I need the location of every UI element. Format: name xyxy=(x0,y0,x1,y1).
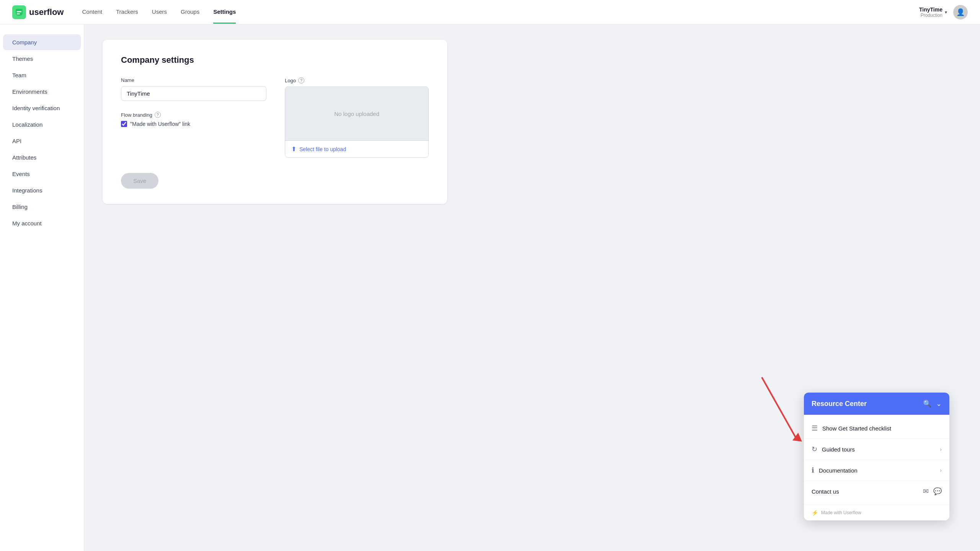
flow-branding-checkbox-label[interactable]: "Made with Userflow" link xyxy=(130,121,190,127)
workspace-env: Production xyxy=(921,13,942,18)
flow-branding-help-icon[interactable]: ? xyxy=(155,112,161,118)
name-group: Name Flow branding ? "Made with Userflow… xyxy=(121,77,266,127)
logo-help-icon[interactable]: ? xyxy=(298,77,304,83)
guided-tours-arrow-icon: › xyxy=(940,446,942,452)
topnav-right: TinyTime Production ▾ 👤 xyxy=(919,5,968,20)
guided-tours-icon: ↻ xyxy=(812,445,817,453)
resource-center-collapse-button[interactable]: ⌄ xyxy=(936,399,942,408)
top-navigation: userflow Content Trackers Users Groups S… xyxy=(0,0,980,24)
rc-item-get-started-left: ☰ Show Get Started checklist xyxy=(812,424,891,432)
rc-item-documentation-left: ℹ Documentation xyxy=(812,466,858,474)
sidebar: Company Themes Team Environments Identit… xyxy=(0,24,84,551)
get-started-icon: ☰ xyxy=(812,424,818,432)
sidebar-item-attributes[interactable]: Attributes xyxy=(3,150,81,165)
nav-trackers[interactable]: Trackers xyxy=(116,1,138,24)
get-started-label: Show Get Started checklist xyxy=(822,425,891,432)
sidebar-item-localization[interactable]: Localization xyxy=(3,117,81,132)
sidebar-item-billing[interactable]: Billing xyxy=(3,199,81,215)
chat-icon[interactable]: 💬 xyxy=(933,487,942,496)
footer-label: Made with Userflow xyxy=(821,510,861,515)
workspace-name: TinyTime xyxy=(919,7,942,13)
resource-center-contact: Contact us ✉ 💬 xyxy=(804,481,949,502)
nav-content[interactable]: Content xyxy=(82,1,102,24)
name-label: Name xyxy=(121,77,266,83)
select-file-button[interactable]: ⬆ Select file to upload xyxy=(285,140,428,157)
logo[interactable]: userflow xyxy=(12,5,64,19)
logo-label: Logo ? xyxy=(285,77,429,83)
logo-group: Logo ? No logo uploaded ⬆ Select file to… xyxy=(285,77,429,158)
upload-icon: ⬆ xyxy=(291,145,296,153)
flow-branding-label: Flow branding ? xyxy=(121,112,266,118)
settings-card: Company settings Name Flow branding ? xyxy=(103,40,447,204)
resource-center-body: ☰ Show Get Started checklist ↻ Guided to… xyxy=(804,415,949,505)
resource-center-item-guided-tours[interactable]: ↻ Guided tours › xyxy=(804,439,949,460)
documentation-label: Documentation xyxy=(819,467,858,474)
sidebar-item-integrations[interactable]: Integrations xyxy=(3,183,81,198)
flow-branding-checkbox[interactable] xyxy=(121,121,127,127)
sidebar-item-identity-verification[interactable]: Identity verification xyxy=(3,100,81,116)
sidebar-item-environments[interactable]: Environments xyxy=(3,84,81,99)
sidebar-item-api[interactable]: API xyxy=(3,133,81,149)
nav-settings[interactable]: Settings xyxy=(213,1,236,24)
nav-users[interactable]: Users xyxy=(152,1,167,24)
documentation-arrow-icon: › xyxy=(940,467,942,473)
flow-branding-group: Flow branding ? "Made with Userflow" lin… xyxy=(121,112,266,127)
userflow-footer-icon: ⚡ xyxy=(812,510,818,516)
resource-center-header-icons: 🔍 ⌄ xyxy=(923,399,942,408)
resource-center-title: Resource Center xyxy=(812,400,867,408)
sidebar-item-company[interactable]: Company xyxy=(3,34,81,50)
flow-branding-checkbox-row: "Made with Userflow" link xyxy=(121,121,266,127)
nav-groups[interactable]: Groups xyxy=(181,1,199,24)
sidebar-item-my-account[interactable]: My account xyxy=(3,215,81,231)
rc-item-guided-tours-left: ↻ Guided tours xyxy=(812,445,855,453)
guided-tours-label: Guided tours xyxy=(822,446,855,453)
workspace-selector[interactable]: TinyTime Production ▾ xyxy=(919,7,947,18)
nav-links: Content Trackers Users Groups Settings xyxy=(82,1,919,24)
form-row: Name Flow branding ? "Made with Userflow… xyxy=(121,77,429,158)
resource-center-popup: Resource Center 🔍 ⌄ ☰ Show Get Started c… xyxy=(804,393,949,520)
sidebar-item-themes[interactable]: Themes xyxy=(3,51,81,67)
email-icon[interactable]: ✉ xyxy=(923,487,929,496)
sidebar-item-events[interactable]: Events xyxy=(3,166,81,182)
resource-center-search-button[interactable]: 🔍 xyxy=(923,399,931,408)
logo-upload-area: No logo uploaded ⬆ Select file to upload xyxy=(285,86,429,158)
resource-center-header: Resource Center 🔍 ⌄ xyxy=(804,393,949,415)
svg-rect-1 xyxy=(17,11,22,12)
name-input[interactable] xyxy=(121,86,266,101)
sidebar-item-team[interactable]: Team xyxy=(3,67,81,83)
resource-center-item-get-started[interactable]: ☰ Show Get Started checklist xyxy=(804,418,949,439)
contact-label: Contact us xyxy=(812,488,839,495)
card-title: Company settings xyxy=(121,55,429,65)
resource-center-item-documentation[interactable]: ℹ Documentation › xyxy=(804,460,949,481)
resource-center-footer: ⚡ Made with Userflow xyxy=(804,505,949,520)
documentation-icon: ℹ xyxy=(812,466,814,474)
save-button[interactable]: Save xyxy=(121,173,158,189)
svg-rect-2 xyxy=(17,13,20,14)
avatar[interactable]: 👤 xyxy=(953,5,968,20)
workspace-chevron-icon: ▾ xyxy=(945,10,947,15)
logo-text: userflow xyxy=(29,7,64,17)
contact-icons: ✉ 💬 xyxy=(923,487,942,496)
logo-preview: No logo uploaded xyxy=(285,87,428,140)
